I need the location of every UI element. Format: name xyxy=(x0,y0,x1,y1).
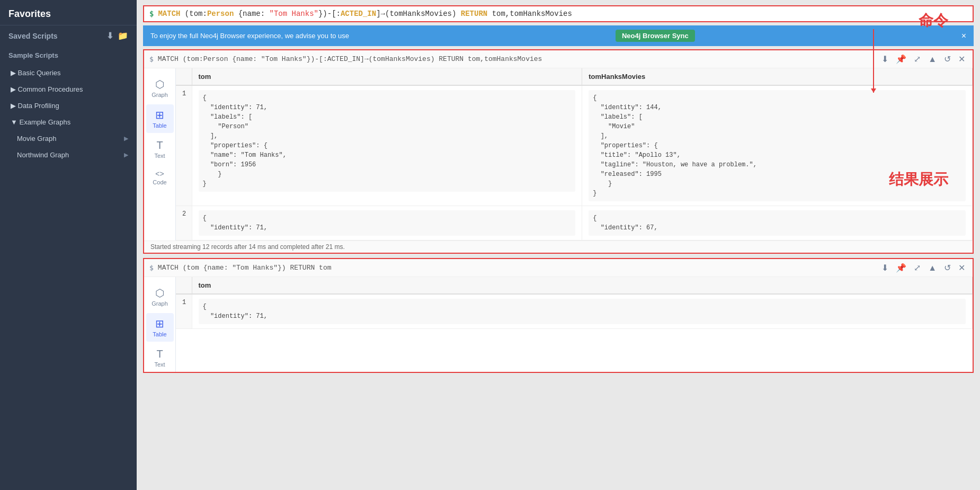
graph-view-btn-1[interactable]: ⬡ Graph xyxy=(146,74,174,102)
code-icon-1: <> xyxy=(155,170,164,178)
pin-btn-2[interactable]: 📌 xyxy=(894,262,908,274)
status-text-1: Started streaming 12 records after 14 ms… xyxy=(150,243,345,251)
saved-scripts-label: Saved Scripts xyxy=(8,32,58,40)
table-display-2[interactable]: tom 1 { "identity": 71, xyxy=(176,277,973,372)
text-view-btn-1[interactable]: T Text xyxy=(146,135,174,163)
result-toolbar-1: ⬇ 📌 ⤢ ▲ ↺ ✕ xyxy=(879,53,967,65)
cell-content-movies-1: { "identity": 144, "labels": [ "Movie" ]… xyxy=(589,90,966,201)
col-tomhanksmovies: tomHanksMovies xyxy=(582,68,973,85)
result-query-prompt-2: $ xyxy=(149,264,154,272)
row-num-2: 2 xyxy=(176,206,192,240)
command-prompt: $ xyxy=(149,10,154,18)
main-content: $ MATCH (tom:Person {name: "Tom Hanks"})… xyxy=(137,0,980,490)
text-label-1: Text xyxy=(154,153,165,159)
command-text[interactable]: MATCH (tom:Person {name: "Tom Hanks"})-[… xyxy=(158,10,967,18)
download-btn-1[interactable]: ⬇ xyxy=(879,53,890,65)
results-container[interactable]: $ MATCH (tom:Person {name: "Tom Hanks"})… xyxy=(137,46,980,490)
view-buttons-2: ⬡ Graph ⊞ Table T Text xyxy=(144,277,176,372)
data-profiling-label: ▶ Data Profiling xyxy=(11,102,59,110)
row-num-header xyxy=(176,68,192,85)
table-row: 1 { "identity": 71, xyxy=(176,294,973,329)
sample-scripts-label: Sample Scripts xyxy=(0,44,137,61)
example-graphs-label: ▼ Example Graphs xyxy=(11,118,70,126)
result-panel-2: $ MATCH (tom {name: "Tom Hanks"}) RETURN… xyxy=(143,258,974,373)
graph-icon-2: ⬡ xyxy=(155,287,164,299)
nav-items: ▶ Basic Queries ▶ Common Procedures ▶ Da… xyxy=(0,61,137,166)
refresh-btn-1[interactable]: ↺ xyxy=(942,53,953,65)
pin-btn-1[interactable]: 📌 xyxy=(894,53,908,65)
up-btn-2[interactable]: ▲ xyxy=(926,262,939,274)
table-label-2: Table xyxy=(153,331,166,337)
expand-btn-2[interactable]: ⤢ xyxy=(912,262,923,274)
code-view-btn-1[interactable]: <> Code xyxy=(146,165,174,190)
sidebar-title: Favorites xyxy=(0,0,137,25)
cell-movies-2: { "identity": 67, xyxy=(582,206,973,240)
row-num-2-1: 1 xyxy=(176,294,192,329)
download-icon[interactable]: ⬇ xyxy=(106,31,113,41)
result-query-prompt-1: $ xyxy=(149,55,154,63)
expand-btn-1[interactable]: ⤢ xyxy=(912,53,923,65)
text-label-2: Text xyxy=(154,361,165,368)
download-btn-2[interactable]: ⬇ xyxy=(879,262,890,274)
close-btn-1[interactable]: ✕ xyxy=(956,53,967,65)
result-query-bar-2: $ MATCH (tom {name: "Tom Hanks"}) RETURN… xyxy=(144,259,973,277)
sync-button[interactable]: Neo4j Browser Sync xyxy=(616,30,695,42)
result-body-1: ⬡ Graph ⊞ Table T Text <> xyxy=(144,68,973,240)
cell-tom-2: { "identity": 71, xyxy=(192,206,582,240)
sidebar-item-data-profiling[interactable]: ▶ Data Profiling xyxy=(0,97,137,114)
common-procedures-label: ▶ Common Procedures xyxy=(11,85,83,93)
text-view-btn-2[interactable]: T Text xyxy=(146,344,174,372)
notification-close-button[interactable]: × xyxy=(961,31,966,41)
text-icon-1: T xyxy=(156,139,163,152)
cell-tom-2-1: { "identity": 71, xyxy=(192,294,973,329)
graph-view-btn-2[interactable]: ⬡ Graph xyxy=(146,282,174,311)
graph-label-1: Graph xyxy=(152,92,168,98)
sidebar-item-northwind-graph[interactable]: Northwind Graph ▶ xyxy=(0,147,137,163)
text-icon-2: T xyxy=(156,348,163,360)
table-display-1[interactable]: tom tomHanksMovies 1 { "identity": 71, "… xyxy=(176,68,973,240)
data-table-1: tom tomHanksMovies 1 { "identity": 71, "… xyxy=(176,68,973,240)
table-row: 1 { "identity": 71, "labels": [ "Person"… xyxy=(176,85,973,206)
table-view-btn-1[interactable]: ⊞ Table xyxy=(146,104,174,133)
sidebar-item-example-graphs[interactable]: ▼ Example Graphs xyxy=(0,114,137,130)
cell-movies-1: { "identity": 144, "labels": [ "Movie" ]… xyxy=(582,85,973,206)
result-query-text-2: MATCH (tom {name: "Tom Hanks"}) RETURN t… xyxy=(158,264,879,272)
result-body-2: ⬡ Graph ⊞ Table T Text xyxy=(144,277,973,372)
cell-content-movies-2: { "identity": 67, xyxy=(589,210,966,236)
movie-graph-label: Movie Graph xyxy=(17,135,56,142)
graph-icon-1: ⬡ xyxy=(155,78,164,91)
close-btn-2[interactable]: ✕ xyxy=(956,262,967,274)
northwind-graph-label: Northwind Graph xyxy=(17,151,69,159)
row-num-1: 1 xyxy=(176,85,192,206)
table-row: 2 { "identity": 71, { "identity": 67, xyxy=(176,206,973,240)
table-icon-2: ⊞ xyxy=(155,317,164,330)
notification-text: To enjoy the full Neo4j Browser experien… xyxy=(150,32,349,40)
row-num-header-2 xyxy=(176,277,192,294)
table-icon-1: ⊞ xyxy=(155,109,164,121)
refresh-btn-2[interactable]: ↺ xyxy=(942,262,953,274)
col-tom: tom xyxy=(192,68,582,85)
saved-scripts-icons: ⬇ 📁 xyxy=(106,31,128,41)
up-btn-1[interactable]: ▲ xyxy=(926,54,939,65)
result-query-bar-1: $ MATCH (tom:Person {name: "Tom Hanks"})… xyxy=(144,50,973,68)
saved-scripts-header: Saved Scripts ⬇ 📁 xyxy=(0,25,137,44)
sidebar-item-basic-queries[interactable]: ▶ Basic Queries xyxy=(0,65,137,81)
view-buttons-1: ⬡ Graph ⊞ Table T Text <> xyxy=(144,68,176,240)
code-label-1: Code xyxy=(153,179,166,185)
folder-icon[interactable]: 📁 xyxy=(118,31,128,41)
sidebar-item-common-procedures[interactable]: ▶ Common Procedures xyxy=(0,81,137,97)
notification-bar: To enjoy the full Neo4j Browser experien… xyxy=(143,25,974,46)
result-query-text-1: MATCH (tom:Person {name: "Tom Hanks"})-[… xyxy=(158,55,879,63)
result-panel-1: $ MATCH (tom:Person {name: "Tom Hanks"})… xyxy=(143,49,974,254)
command-bar: $ MATCH (tom:Person {name: "Tom Hanks"})… xyxy=(143,5,974,22)
cell-content-tom-2-1: { "identity": 71, xyxy=(199,299,966,324)
basic-queries-label: ▶ Basic Queries xyxy=(11,69,61,77)
cell-tom-1: { "identity": 71, "labels": [ "Person" ]… xyxy=(192,85,582,206)
cell-content-tom-1: { "identity": 71, "labels": [ "Person" ]… xyxy=(199,90,576,192)
sidebar-item-movie-graph[interactable]: Movie Graph ▶ xyxy=(0,130,137,147)
sidebar: Favorites Saved Scripts ⬇ 📁 Sample Scrip… xyxy=(0,0,137,490)
status-bar-1: Started streaming 12 records after 14 ms… xyxy=(144,240,973,253)
movie-graph-chevron: ▶ xyxy=(124,135,128,142)
table-view-btn-2[interactable]: ⊞ Table xyxy=(146,313,174,342)
data-table-2: tom 1 { "identity": 71, xyxy=(176,277,973,329)
